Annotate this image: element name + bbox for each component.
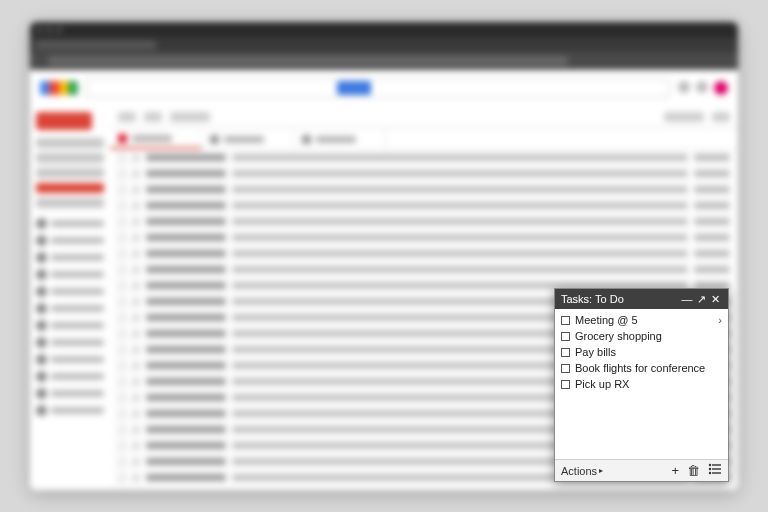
mail-row[interactable] xyxy=(110,150,738,166)
sidebar-item[interactable] xyxy=(36,198,104,208)
task-list-menu-icon[interactable] xyxy=(708,463,722,478)
hangouts-list xyxy=(36,218,104,416)
os-titlebar xyxy=(30,22,738,38)
tasks-popup: Tasks: To Do — ↗ ✕ Meeting @ 5›Grocery s… xyxy=(554,288,729,482)
add-task-icon[interactable]: + xyxy=(671,463,679,478)
tasks-list: Meeting @ 5›Grocery shoppingPay billsBoo… xyxy=(555,309,728,459)
tab-primary[interactable] xyxy=(110,129,202,149)
tab-social[interactable] xyxy=(202,129,294,149)
settings-icon[interactable] xyxy=(712,112,730,122)
close-icon[interactable]: ✕ xyxy=(708,294,722,305)
sidebar-item[interactable] xyxy=(36,153,104,163)
task-checkbox[interactable] xyxy=(561,348,570,357)
actions-menu[interactable]: Actions ▸ xyxy=(561,465,603,477)
tasks-header[interactable]: Tasks: To Do — ↗ ✕ xyxy=(555,289,728,309)
task-item[interactable]: Book flights for conference xyxy=(555,360,728,376)
mail-row[interactable] xyxy=(110,214,738,230)
browser-urlbar xyxy=(30,52,738,70)
task-checkbox[interactable] xyxy=(561,332,570,341)
sidebar-item[interactable] xyxy=(36,168,104,178)
svg-point-0 xyxy=(709,464,711,466)
svg-rect-1 xyxy=(712,464,721,465)
mail-row[interactable] xyxy=(110,246,738,262)
mail-row[interactable] xyxy=(110,182,738,198)
more-button[interactable] xyxy=(170,112,210,122)
task-item[interactable]: Pick up RX xyxy=(555,376,728,392)
task-checkbox[interactable] xyxy=(561,380,570,389)
notifications-icon[interactable] xyxy=(696,81,708,93)
svg-rect-5 xyxy=(712,472,721,473)
task-item[interactable]: Pay bills xyxy=(555,344,728,360)
task-item[interactable]: Grocery shopping xyxy=(555,328,728,344)
task-label: Book flights for conference xyxy=(575,362,722,374)
compose-button[interactable] xyxy=(36,112,92,130)
search-button[interactable] xyxy=(337,81,371,95)
gmail-header xyxy=(30,70,738,106)
task-label: Grocery shopping xyxy=(575,330,722,342)
mail-row[interactable] xyxy=(110,262,738,278)
task-label: Pay bills xyxy=(575,346,722,358)
pager[interactable] xyxy=(664,112,704,122)
delete-task-icon[interactable]: 🗑 xyxy=(687,463,700,478)
chevron-right-icon: ▸ xyxy=(599,466,603,475)
mail-row[interactable] xyxy=(110,166,738,182)
mail-toolbar xyxy=(110,106,738,128)
search-input[interactable] xyxy=(86,78,670,98)
svg-point-4 xyxy=(709,472,711,474)
actions-label: Actions xyxy=(561,465,597,477)
task-item[interactable]: Meeting @ 5› xyxy=(555,312,728,328)
mail-row[interactable] xyxy=(110,230,738,246)
tab-promotions[interactable] xyxy=(294,129,386,149)
apps-icon[interactable] xyxy=(678,81,690,93)
avatar[interactable] xyxy=(714,81,728,95)
category-tabs xyxy=(110,128,738,150)
svg-point-2 xyxy=(709,468,711,470)
svg-rect-3 xyxy=(712,468,721,469)
task-checkbox[interactable] xyxy=(561,316,570,325)
tasks-title: Tasks: To Do xyxy=(561,293,680,305)
minimize-icon[interactable]: — xyxy=(680,294,694,305)
select-checkbox[interactable] xyxy=(118,112,136,122)
popout-icon[interactable]: ↗ xyxy=(694,294,708,305)
task-label: Meeting @ 5 xyxy=(575,314,713,326)
chevron-right-icon[interactable]: › xyxy=(718,314,722,326)
sidebar-item[interactable] xyxy=(36,183,104,193)
mail-row[interactable] xyxy=(110,486,738,490)
task-checkbox[interactable] xyxy=(561,364,570,373)
tasks-footer: Actions ▸ + 🗑 xyxy=(555,459,728,481)
refresh-button[interactable] xyxy=(144,112,162,122)
sidebar xyxy=(30,106,110,490)
google-logo xyxy=(40,81,78,95)
browser-tabbar xyxy=(30,38,738,52)
task-label: Pick up RX xyxy=(575,378,722,390)
mail-row[interactable] xyxy=(110,198,738,214)
sidebar-item[interactable] xyxy=(36,138,104,148)
